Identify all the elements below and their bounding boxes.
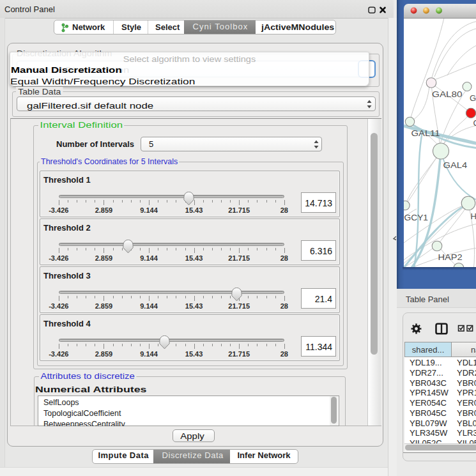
svg-text:GAL80: GAL80 [432,89,463,99]
svg-text:GAL4: GAL4 [443,160,468,170]
svg-text:GAL11: GAL11 [411,128,440,138]
svg-text:GA: GA [470,93,476,103]
svg-text:HAP2: HAP2 [438,252,463,262]
svg-text:GCY1: GCY1 [404,213,429,222]
svg-text:H: H [471,211,476,221]
svg-text:C: C [473,118,476,128]
